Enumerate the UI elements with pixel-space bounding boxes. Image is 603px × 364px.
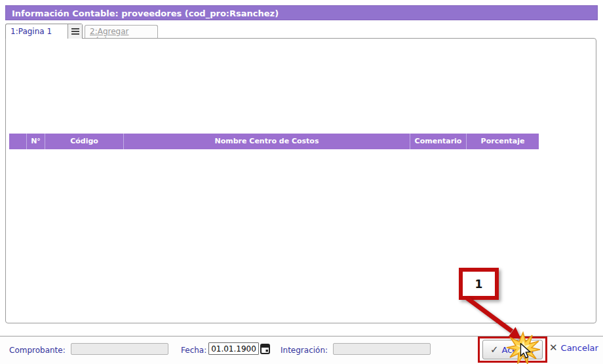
integracion-label: Integración: [281,346,328,355]
fecha-label: Fecha: [181,346,206,355]
annotation-step-number: 1 [475,278,483,291]
tab-menu-icon[interactable] [68,24,82,39]
dialog-title: Información Contable: proveedores (cod_p… [12,9,279,18]
col-selector [9,134,27,149]
cursor-icon [520,343,532,359]
dialog-window: Información Contable: proveedores (cod_p… [0,0,603,364]
col-numero: N° [27,134,45,149]
tab-pagina-1-label: 1:Pagina 1 [10,27,52,36]
tab-pagina-1[interactable]: 1:Pagina 1 [5,24,83,39]
cancelar-label: Cancelar [561,343,598,353]
comprobante-input [71,343,168,355]
col-comentario: Comentario [410,134,467,149]
col-nombre: Nombre Centro de Costos [124,134,410,149]
col-porcentaje: Porcentaje [467,134,539,149]
cancelar-button[interactable]: ✕ Cancelar [549,342,598,354]
tab-agregar-pagina[interactable]: 2:Agregar página [85,25,158,38]
integracion-input [333,343,431,355]
fecha-input[interactable] [208,342,259,355]
x-icon: ✕ [549,342,558,354]
comprobante-label: Comprobante: [9,346,66,355]
dialog-titlebar: Información Contable: proveedores (cod_p… [5,5,598,20]
calendar-icon[interactable] [260,343,270,354]
col-codigo: Código [45,134,124,149]
page-panel [5,38,596,323]
table-header: N° Código Nombre Centro de Costos Coment… [9,134,539,149]
